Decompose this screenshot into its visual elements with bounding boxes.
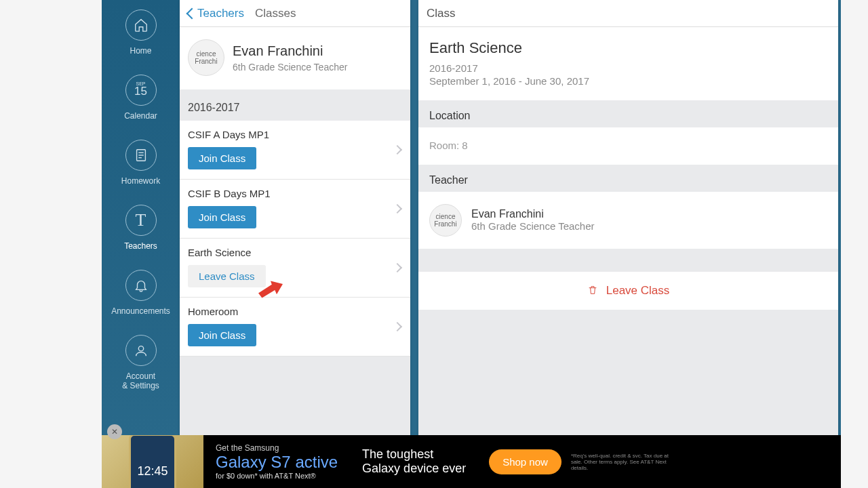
location-label: Location	[418, 100, 838, 127]
chevron-right-icon	[393, 322, 402, 331]
sidebar-item-label: Calendar	[102, 111, 180, 121]
sidebar-item-home[interactable]: Home	[102, 3, 180, 68]
homework-icon	[125, 140, 157, 171]
class-range: September 1, 2016 - June 30, 2017	[429, 75, 827, 87]
class-row[interactable]: CSIF A Days MP1 Join Class	[180, 121, 410, 180]
chevron-right-icon	[393, 263, 402, 272]
sidebar: Home SEP 15 Calendar Homework T Teachers…	[102, 0, 180, 488]
home-icon	[125, 9, 157, 41]
svg-point-4	[138, 346, 143, 351]
class-row[interactable]: Earth Science Leave Class	[180, 239, 410, 298]
ad-headline: Get the Samsung	[216, 443, 338, 453]
back-teachers[interactable]: Teachers	[188, 7, 244, 20]
ad-tagline2: Galaxy device ever	[362, 462, 466, 476]
sidebar-item-label: Home	[102, 46, 180, 56]
sidebar-item-announcements[interactable]: Announcements	[102, 263, 180, 328]
location-value: Room: 8	[429, 140, 827, 151]
chevron-right-icon	[393, 204, 402, 214]
teacher-avatar: cienceFranchi	[429, 204, 462, 237]
sidebar-item-label: Homework	[102, 176, 180, 186]
sidebar-item-account[interactable]: Account & Settings	[102, 328, 180, 403]
class-row[interactable]: CSIF B Days MP1 Join Class	[180, 180, 410, 239]
teacher-label: Teacher	[418, 165, 838, 192]
teacher-avatar: cienceFranchi	[188, 39, 224, 76]
teacher-pane: Teachers Classes cienceFranchi Evan Fran…	[180, 0, 410, 488]
ad-phone-image: 12:45	[102, 435, 203, 488]
ad-fineprint: *Req's well-qual. credit & svc. Tax due …	[571, 453, 679, 471]
chevron-left-icon	[186, 7, 198, 19]
class-name: Homeroom	[188, 306, 402, 317]
annotation-arrow	[258, 281, 283, 298]
class-row[interactable]: Homeroom Join Class	[180, 298, 410, 357]
class-header: Class	[427, 7, 456, 20]
class-list: CSIF A Days MP1 Join Class CSIF B Days M…	[180, 121, 410, 357]
class-teacher-name: Evan Franchini	[471, 208, 595, 220]
sidebar-item-calendar[interactable]: SEP 15 Calendar	[102, 68, 180, 133]
sidebar-item-label: Teachers	[102, 241, 180, 251]
leave-class-button[interactable]: Leave Class	[188, 265, 266, 287]
trash-icon	[587, 285, 598, 297]
svg-marker-18	[258, 281, 283, 298]
class-name: Earth Science	[188, 247, 402, 258]
sidebar-item-teachers[interactable]: T Teachers	[102, 198, 180, 263]
class-teacher-row[interactable]: cienceFranchi Evan Franchini 6th Grade S…	[418, 192, 838, 249]
teacher-name: Evan Franchini	[233, 43, 347, 59]
person-icon	[125, 335, 157, 366]
bell-icon	[125, 270, 157, 301]
shop-now-button[interactable]: Shop now	[489, 449, 561, 474]
teachers-icon: T	[125, 205, 157, 236]
ad-subtitle: for $0 down* with AT&T Next®	[216, 472, 338, 480]
ad-banner[interactable]: 12:45 Get the Samsung Galaxy S7 active f…	[102, 435, 841, 488]
leave-class-button[interactable]: Leave Class	[418, 272, 838, 310]
sidebar-item-homework[interactable]: Homework	[102, 133, 180, 198]
close-ad-button[interactable]	[107, 424, 122, 439]
join-class-button[interactable]: Join Class	[188, 324, 256, 346]
secondary-title: Classes	[255, 7, 296, 20]
ad-title: Galaxy S7 active	[216, 453, 338, 472]
year-header: 2016-2017	[180, 89, 410, 121]
leave-class-label: Leave Class	[606, 284, 670, 298]
calendar-icon: SEP 15	[125, 75, 157, 106]
back-label: Teachers	[197, 7, 244, 20]
teacher-role: 6th Grade Science Teacher	[233, 62, 347, 73]
class-name: CSIF A Days MP1	[188, 129, 402, 140]
class-year: 2016-2017	[429, 62, 827, 74]
sidebar-item-label: Account & Settings	[102, 371, 180, 390]
ad-tagline1: The toughest	[362, 447, 466, 462]
class-teacher-role: 6th Grade Science Teacher	[471, 220, 595, 232]
join-class-button[interactable]: Join Class	[188, 147, 256, 169]
chevron-right-icon	[393, 145, 402, 155]
class-pane: Class Earth Science 2016-2017 September …	[418, 0, 838, 488]
class-title: Earth Science	[429, 39, 827, 57]
sidebar-item-label: Announcements	[102, 306, 180, 316]
join-class-button[interactable]: Join Class	[188, 206, 256, 228]
class-name: CSIF B Days MP1	[188, 188, 402, 199]
